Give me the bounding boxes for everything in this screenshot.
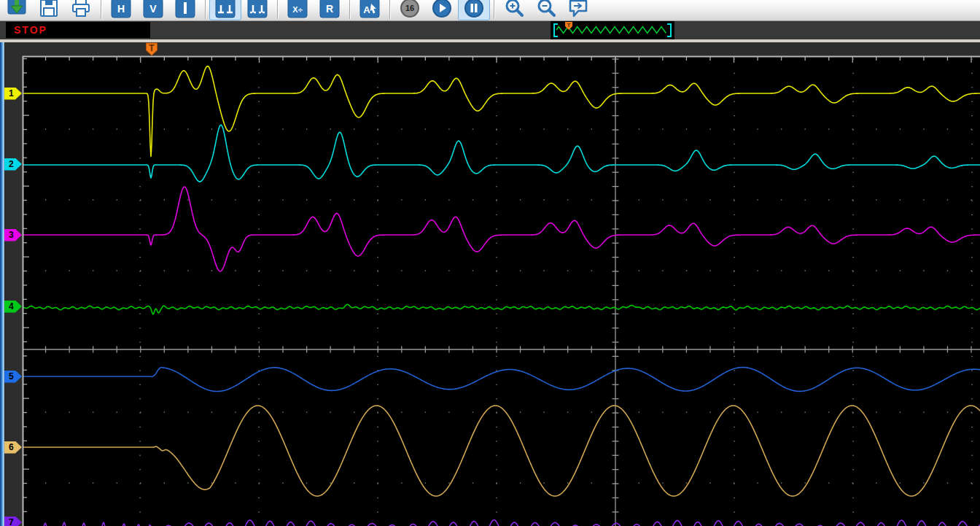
scope-display: T (0, 0, 980, 526)
trigger-flag-label: T (149, 43, 155, 53)
oscilloscope-app: { "toolbar": { "groups": [ {"items": [ {… (0, 0, 980, 526)
